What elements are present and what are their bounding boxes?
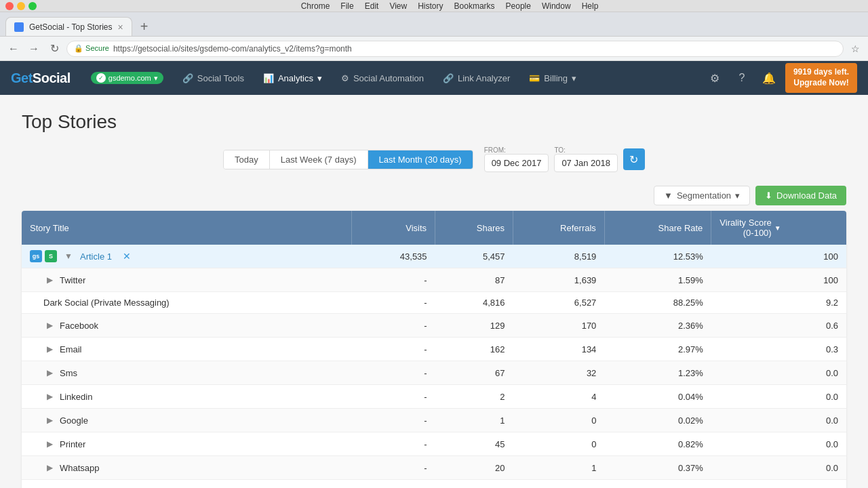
site-badge[interactable]: ✓ gsdemo.com ▾ [91,72,163,84]
nav-link-analyzer[interactable]: 🔗 Link Analyzer [433,61,519,95]
forward-button[interactable]: → [26,41,42,57]
article-icons: gs S [30,250,57,262]
upgrade-line1: 9919 days left. [793,67,849,78]
window-controls[interactable] [5,2,37,10]
url-text: https://getsocial.io/sites/gsdemo-com/an… [113,44,352,54]
bookmark-icon[interactable]: ☆ [848,41,863,56]
sub-title-cell: ▶ Twitter [22,268,351,292]
nav-social-tools[interactable]: 🔗 Social Tools [173,61,254,95]
mac-menu-item-edit[interactable]: Edit [365,1,379,11]
shares-cell: 162 [435,338,513,361]
from-date-input[interactable]: 09 Dec 2017 [484,154,549,172]
download-data-button[interactable]: ⬇ Download Data [755,186,846,205]
minimize-window-btn[interactable] [17,2,25,10]
segmentation-button[interactable]: ▼ Segmentation ▾ [654,186,750,205]
virality-sort-header[interactable]: Virality Score(0-100) ▼ [719,218,838,238]
sub-expand-button[interactable]: ▶ [43,274,56,286]
main-content: Top Stories Today Last Week (7 days) Las… [0,95,868,488]
sub-channel-name: Printer [60,439,85,449]
mac-menu-item-history[interactable]: History [418,1,443,11]
icon-sq-blue: gs [30,250,42,262]
mac-menu-item-view[interactable]: View [389,1,407,11]
upgrade-button[interactable]: 9919 days left. Upgrade Now! [785,63,857,92]
address-actions: ☆ [848,41,863,56]
virality-header-label: Virality Score(0-100) [719,218,771,238]
table-row: ▶ Twitter - 87 1,639 1.59% 100 [22,268,846,292]
close-window-btn[interactable] [5,2,14,10]
virality-cell: 0.0 [711,361,846,385]
sub-expand-button[interactable]: ▶ [43,343,56,355]
visits-cell: - [351,432,435,456]
seg-dropdown-icon: ▾ [735,190,740,201]
sub-expand-button[interactable]: ▶ [43,462,56,474]
col-shares: Shares [435,211,513,245]
reload-button[interactable]: ↻ [46,41,62,57]
share-rate-cell: 1.76% [604,480,711,489]
to-date-input[interactable]: 07 Jan 2018 [554,154,618,172]
col-virality[interactable]: Virality Score(0-100) ▼ [711,211,846,245]
visits-cell: 43,535 [351,245,435,268]
visits-cell: - [351,361,435,385]
mac-menu-item-people[interactable]: People [506,1,531,11]
mac-menu-item-file[interactable]: File [340,1,353,11]
visits-cell: - [351,268,435,292]
analytics-label: Analytics [278,73,313,83]
back-button[interactable]: ← [5,41,22,57]
sub-expand-button[interactable]: ▶ [43,438,56,450]
expand-button[interactable]: ▼ [62,250,75,262]
sub-title-cell: ▶ Printer [22,432,351,456]
mac-menu-item-bookmarks[interactable]: Bookmarks [454,1,495,11]
chrome-tab-bar: GetSocial - Top Stories × + [0,12,868,37]
shares-cell: 5,457 [435,245,513,268]
main-navbar: GetSocial ✓ gsdemo.com ▾ 🔗 Social Tools … [0,61,868,95]
nav-analytics[interactable]: 📊 Analytics ▾ [254,61,332,95]
referrals-cell: 32 [513,361,604,385]
sub-channel-name: Dark Social (Private Messaging) [43,298,170,308]
getsocial-logo[interactable]: GetSocial [11,70,71,86]
sub-expand-button[interactable]: ▶ [43,319,56,331]
mac-menu-item-window[interactable]: Window [542,1,571,11]
new-tab-button[interactable]: + [135,17,154,36]
article-title[interactable]: Article 1 [80,251,112,262]
url-bar[interactable]: 🔒 Secure https://getsocial.io/sites/gsde… [66,41,844,57]
sub-title-cell: ▶ Sms [22,361,351,385]
share-rate-cell: 0.37% [604,456,711,480]
download-label: Download Data [776,190,837,201]
mac-os-bar: ChromeFileEditViewHistoryBookmarksPeople… [0,0,868,12]
page-title: Top Stories [22,111,846,133]
sub-channel-name: Sms [60,368,77,378]
tab-today[interactable]: Today [224,150,270,169]
visits-cell: - [351,456,435,480]
browser-tab[interactable]: GetSocial - Top Stories × [5,17,132,36]
col-visits: Visits [351,211,435,245]
sub-expand-button[interactable]: ▶ [43,390,56,403]
visits-cell: - [351,338,435,361]
sort-icon: ▼ [774,224,781,232]
from-label: FROM: 09 Dec 2017 [484,146,549,172]
nav-billing[interactable]: 💳 Billing ▾ [519,61,586,95]
settings-icon[interactable]: ⚙ [704,67,726,89]
help-icon[interactable]: ? [731,67,753,89]
nav-social-automation[interactable]: ⚙ Social Automation [332,61,433,95]
collapse-button[interactable]: ✕ [123,251,131,262]
mac-menu-item-chrome[interactable]: Chrome [301,1,330,11]
maximize-window-btn[interactable] [28,2,37,10]
sub-title-cell: ▶ Google [22,409,351,432]
refresh-button[interactable]: ↻ [623,148,645,170]
sub-expand-button[interactable]: ▶ [43,414,56,426]
tab-close-btn[interactable]: × [118,22,123,33]
tab-last-month[interactable]: Last Month (30 days) [368,150,473,169]
upgrade-line2: Upgrade Now! [793,78,849,89]
tab-title: GetSocial - Top Stories [29,22,113,32]
tab-last-week[interactable]: Last Week (7 days) [270,150,368,169]
col-referrals: Referrals [513,211,604,245]
analytics-icon: 📊 [263,73,274,83]
virality-cell: 0.0 [711,409,846,432]
nav-site-selector[interactable]: ✓ gsdemo.com ▾ [81,61,173,95]
mac-menu-item-help[interactable]: Help [582,1,599,11]
notifications-icon[interactable]: 🔔 [758,67,780,89]
sub-expand-button[interactable]: ▶ [43,367,56,379]
sub-title-cell: ▶ Pinterest [22,480,351,489]
secure-badge: 🔒 Secure [74,44,109,53]
sub-expand-button[interactable]: ▶ [43,485,56,488]
